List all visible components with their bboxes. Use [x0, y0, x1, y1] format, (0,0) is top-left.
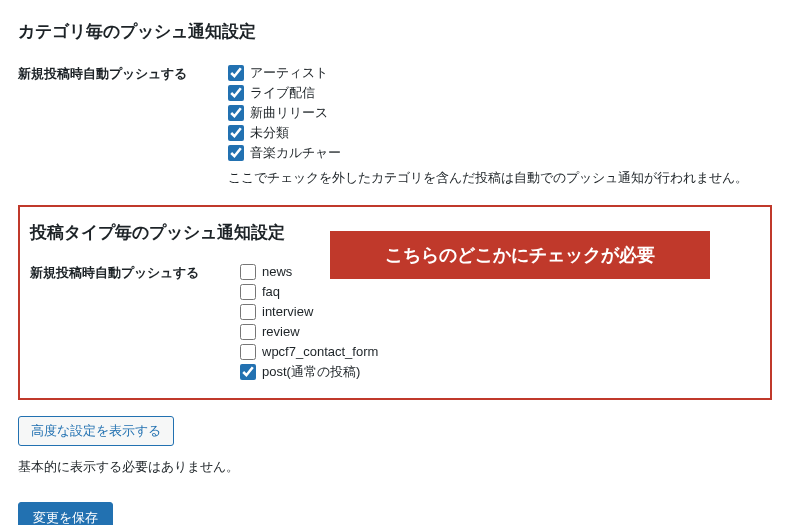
- category-item-label: 新曲リリース: [250, 103, 328, 123]
- post-type-checkbox-post[interactable]: [240, 364, 256, 380]
- category-form-row: 新規投稿時自動プッシュする アーティスト ライブ配信 新曲リリース 未分類 音楽…: [18, 63, 772, 163]
- show-advanced-button[interactable]: 高度な設定を表示する: [18, 416, 174, 446]
- post-type-item-label: review: [262, 322, 300, 342]
- category-item[interactable]: 新曲リリース: [228, 103, 772, 123]
- save-button[interactable]: 変更を保存: [18, 502, 113, 525]
- post-type-item[interactable]: faq: [240, 282, 760, 302]
- category-section-title: カテゴリ毎のプッシュ通知設定: [18, 20, 772, 43]
- post-type-item-label: interview: [262, 302, 313, 322]
- callout-banner: こちらのどこかにチェックが必要: [330, 231, 710, 279]
- category-item-label: アーティスト: [250, 63, 328, 83]
- post-type-item-label: faq: [262, 282, 280, 302]
- post-type-item-label: post(通常の投稿): [262, 362, 360, 382]
- post-type-item[interactable]: review: [240, 322, 760, 342]
- category-checkbox-release[interactable]: [228, 105, 244, 121]
- category-item-label: 未分類: [250, 123, 289, 143]
- post-type-checkbox-faq[interactable]: [240, 284, 256, 300]
- post-type-item[interactable]: interview: [240, 302, 760, 322]
- category-item-label: 音楽カルチャー: [250, 143, 341, 163]
- category-help-text: ここでチェックを外したカテゴリを含んだ投稿は自動でのプッシュ通知が行われません。: [18, 169, 772, 187]
- post-type-item-label: wpcf7_contact_form: [262, 342, 378, 362]
- category-checkbox-music-culture[interactable]: [228, 145, 244, 161]
- post-type-item[interactable]: wpcf7_contact_form: [240, 342, 760, 362]
- category-checkbox-uncategorized[interactable]: [228, 125, 244, 141]
- post-type-checkbox-group: news faq interview review wpcf7_contact_…: [240, 262, 760, 382]
- category-item[interactable]: アーティスト: [228, 63, 772, 83]
- category-item[interactable]: 音楽カルチャー: [228, 143, 772, 163]
- category-checkbox-group: アーティスト ライブ配信 新曲リリース 未分類 音楽カルチャー: [228, 63, 772, 163]
- post-type-form-row: 新規投稿時自動プッシュする news faq interview review …: [30, 262, 760, 382]
- category-item[interactable]: ライブ配信: [228, 83, 772, 103]
- post-type-auto-push-label: 新規投稿時自動プッシュする: [30, 262, 240, 282]
- post-type-checkbox-review[interactable]: [240, 324, 256, 340]
- post-type-section-box: こちらのどこかにチェックが必要 投稿タイプ毎のプッシュ通知設定 新規投稿時自動プ…: [18, 205, 772, 400]
- category-checkbox-artist[interactable]: [228, 65, 244, 81]
- post-type-checkbox-news[interactable]: [240, 264, 256, 280]
- category-item[interactable]: 未分類: [228, 123, 772, 143]
- post-type-checkbox-interview[interactable]: [240, 304, 256, 320]
- category-auto-push-label: 新規投稿時自動プッシュする: [18, 63, 228, 83]
- post-type-checkbox-wpcf7[interactable]: [240, 344, 256, 360]
- category-checkbox-live[interactable]: [228, 85, 244, 101]
- post-type-item-label: news: [262, 262, 292, 282]
- category-item-label: ライブ配信: [250, 83, 315, 103]
- advanced-note: 基本的に表示する必要はありません。: [18, 458, 772, 476]
- post-type-item[interactable]: post(通常の投稿): [240, 362, 760, 382]
